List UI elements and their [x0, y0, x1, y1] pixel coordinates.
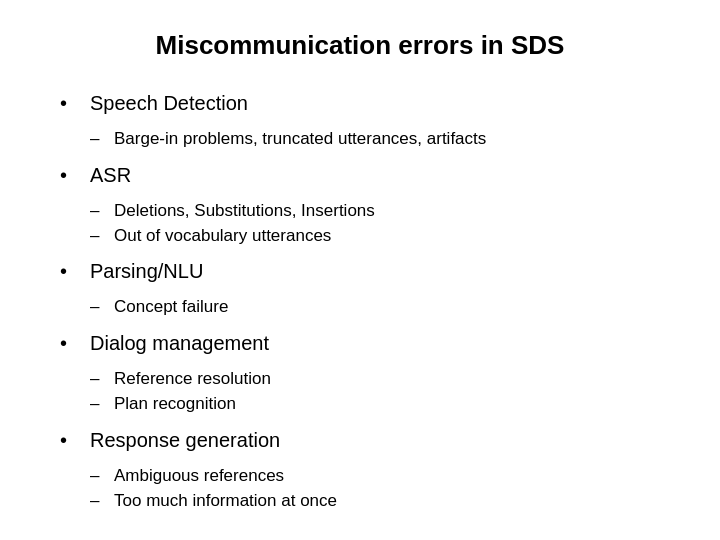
- sub-items-parsing-nlu: –Concept failure: [90, 295, 660, 319]
- sub-item-asr-0: –Deletions, Substitutions, Insertions: [90, 199, 660, 223]
- bullet-item-parsing-nlu: •Parsing/NLU: [60, 257, 660, 285]
- sub-label-asr-0: Deletions, Substitutions, Insertions: [114, 199, 375, 223]
- bullet-label-parsing-nlu: Parsing/NLU: [90, 257, 203, 285]
- bullet-dot-speech-detection: •: [60, 89, 80, 117]
- sub-label-dialog-management-1: Plan recognition: [114, 392, 236, 416]
- bullet-label-asr: ASR: [90, 161, 131, 189]
- sub-label-response-generation-0: Ambiguous references: [114, 464, 284, 488]
- bullet-label-response-generation: Response generation: [90, 426, 280, 454]
- bullet-item-asr: •ASR: [60, 161, 660, 189]
- bullet-item-dialog-management: •Dialog management: [60, 329, 660, 357]
- main-content: •Speech Detection–Barge-in problems, tru…: [60, 89, 660, 516]
- bullet-item-speech-detection: •Speech Detection: [60, 89, 660, 117]
- sub-item-asr-1: –Out of vocabulary utterances: [90, 224, 660, 248]
- sub-label-speech-detection-0: Barge-in problems, truncated utterances,…: [114, 127, 486, 151]
- sub-label-dialog-management-0: Reference resolution: [114, 367, 271, 391]
- sub-item-response-generation-1: –Too much information at once: [90, 489, 660, 513]
- sub-dash-icon: –: [90, 464, 106, 488]
- sub-item-speech-detection-0: –Barge-in problems, truncated utterances…: [90, 127, 660, 151]
- sub-items-speech-detection: –Barge-in problems, truncated utterances…: [90, 127, 660, 151]
- bullet-label-speech-detection: Speech Detection: [90, 89, 248, 117]
- sub-item-dialog-management-0: –Reference resolution: [90, 367, 660, 391]
- sub-dash-icon: –: [90, 489, 106, 513]
- sub-dash-icon: –: [90, 392, 106, 416]
- bullet-dot-asr: •: [60, 161, 80, 189]
- bullet-dot-parsing-nlu: •: [60, 257, 80, 285]
- page-title: Miscommunication errors in SDS: [60, 30, 660, 61]
- sub-label-parsing-nlu-0: Concept failure: [114, 295, 228, 319]
- sub-items-response-generation: –Ambiguous references–Too much informati…: [90, 464, 660, 513]
- sub-items-asr: –Deletions, Substitutions, Insertions–Ou…: [90, 199, 660, 248]
- sub-dash-icon: –: [90, 224, 106, 248]
- sub-label-response-generation-1: Too much information at once: [114, 489, 337, 513]
- sub-item-response-generation-0: –Ambiguous references: [90, 464, 660, 488]
- sub-dash-icon: –: [90, 367, 106, 391]
- bullet-dot-dialog-management: •: [60, 329, 80, 357]
- bullet-dot-response-generation: •: [60, 426, 80, 454]
- sub-items-dialog-management: –Reference resolution–Plan recognition: [90, 367, 660, 416]
- sub-dash-icon: –: [90, 295, 106, 319]
- sub-item-dialog-management-1: –Plan recognition: [90, 392, 660, 416]
- sub-dash-icon: –: [90, 199, 106, 223]
- sub-item-parsing-nlu-0: –Concept failure: [90, 295, 660, 319]
- sub-label-asr-1: Out of vocabulary utterances: [114, 224, 331, 248]
- sub-dash-icon: –: [90, 127, 106, 151]
- bullet-label-dialog-management: Dialog management: [90, 329, 269, 357]
- bullet-item-response-generation: •Response generation: [60, 426, 660, 454]
